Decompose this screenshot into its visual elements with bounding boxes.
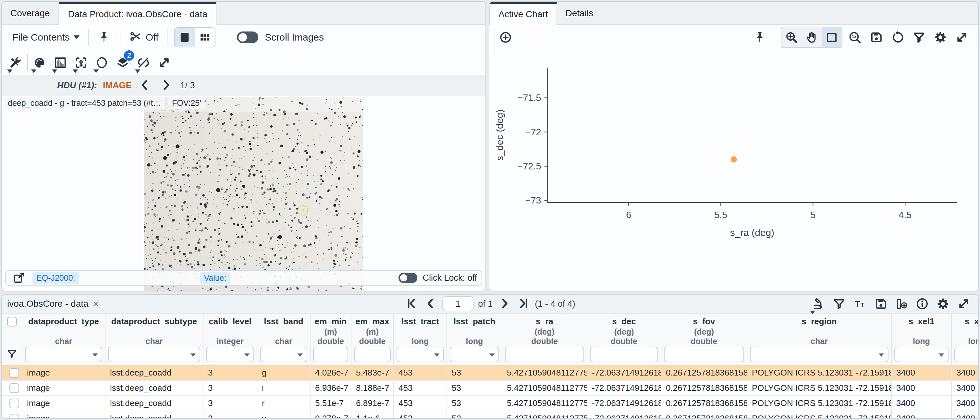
last-page-button[interactable] — [516, 297, 530, 311]
filter-button[interactable] — [910, 28, 928, 47]
chart-panel: Active ChartDetails 1x 65.554.5−71.5−72−… — [489, 1, 979, 291]
page-number-input[interactable] — [442, 296, 473, 311]
table-cell: POLYGON ICRS 5.123031 -72.159188 5.73 — [747, 365, 891, 380]
pane-grid-button[interactable] — [195, 28, 215, 47]
image-title-overlay: deep_coadd - g - tract=453 patch=53 (#t… — [4, 97, 165, 110]
tools-button[interactable] — [6, 53, 25, 72]
column-header-em_max[interactable]: em_max (m) double — [351, 313, 394, 346]
filter-dropdown-icon[interactable] — [434, 353, 439, 357]
table-cell: 9.278e-7 — [310, 411, 351, 418]
table-row[interactable]: imagelsst.deep_coadd3g4.026e-75.483e-745… — [2, 365, 978, 380]
tab-active-chart[interactable]: Active Chart — [489, 2, 557, 25]
select-all-checkbox[interactable] — [7, 317, 17, 326]
value-readout-label: Value: — [200, 272, 230, 284]
column-header-dataproduct_subtype[interactable]: dataproduct_subtype char — [105, 313, 203, 346]
file-contents-dropdown[interactable]: File Contents — [10, 32, 81, 43]
info-button[interactable] — [913, 294, 931, 313]
table-row[interactable]: imagelsst.deep_coadd3i6.936e-78.188e-745… — [2, 380, 978, 396]
expand-button[interactable] — [155, 53, 173, 72]
fits-image[interactable] — [144, 97, 363, 291]
layers-button[interactable]: 2 — [114, 53, 132, 72]
next-page-button[interactable] — [497, 297, 511, 311]
expand-button[interactable] — [955, 294, 973, 313]
column-header-s_region[interactable]: s_region char — [747, 313, 891, 346]
recenter-button[interactable] — [72, 53, 90, 72]
filter-dropdown-icon[interactable] — [244, 353, 250, 357]
add-column-button[interactable] — [892, 294, 910, 313]
expand-button[interactable] — [953, 28, 971, 47]
unlink-button[interactable] — [134, 53, 153, 72]
hdu-next-button[interactable] — [158, 78, 175, 92]
tab-coverage[interactable]: Coverage — [2, 3, 59, 24]
column-header-s_dec[interactable]: s_dec (deg) double — [587, 313, 661, 346]
filter-input-s_xe[interactable] — [955, 347, 978, 361]
circle-select-button[interactable] — [93, 53, 111, 72]
column-header-dataproduct_type[interactable]: dataproduct_type char — [22, 313, 105, 346]
filter-input-s_dec[interactable] — [590, 347, 657, 361]
table-row[interactable]: imagelsst.deep_coadd3r5.51e-76.891e-7453… — [2, 396, 978, 411]
tab-details[interactable]: Details — [557, 3, 603, 24]
filter-em_min — [313, 347, 348, 362]
table-row[interactable]: imagelsst.deep_coadd3y9.278e-71.1e-64535… — [2, 411, 978, 418]
zoom-1x-button[interactable]: 1x — [846, 28, 864, 47]
first-page-button[interactable] — [405, 297, 419, 311]
column-header-calib_level[interactable]: calib_level integer — [203, 313, 257, 346]
column-header-s_fov[interactable]: s_fov (deg) double — [661, 313, 747, 346]
expand-image-button[interactable] — [10, 271, 27, 284]
pin-button[interactable] — [95, 28, 113, 47]
filter-dropdown-icon[interactable] — [298, 353, 303, 357]
filter-button[interactable] — [830, 294, 848, 313]
column-header-s_xe[interactable]: s_xe lon — [951, 313, 978, 346]
table-cell: 453 — [394, 365, 447, 380]
filter-input-dataproduct_subtype[interactable] — [109, 347, 200, 361]
row-checkbox[interactable] — [10, 383, 19, 393]
scatter-chart[interactable]: 65.554.5−71.5−72−72.5−73 s_ra (deg) s_de… — [489, 50, 978, 291]
table-cell: -72.063714912618 — [587, 396, 661, 411]
histogram-button[interactable] — [51, 53, 70, 72]
filter-dropdown-icon[interactable] — [92, 353, 98, 357]
filter-dropdown-icon[interactable] — [489, 353, 495, 357]
row-checkbox[interactable] — [10, 368, 19, 378]
rect-select-button[interactable] — [822, 27, 842, 48]
filter-input-s_fov[interactable] — [665, 347, 743, 361]
column-header-s_xel1[interactable]: s_xel1 long — [891, 313, 951, 346]
save-button[interactable] — [867, 28, 885, 47]
rotate-button[interactable] — [888, 28, 907, 47]
pin-button[interactable] — [751, 28, 769, 47]
filter-input-em_min[interactable] — [314, 347, 348, 361]
table-cell: 6.891e-7 — [351, 396, 394, 411]
row-checkbox[interactable] — [10, 414, 19, 418]
filter-dropdown-icon[interactable] — [191, 353, 196, 357]
column-header-s_ra[interactable]: s_ra (deg) double — [502, 313, 587, 346]
palette-button[interactable] — [30, 53, 49, 72]
microscope-button[interactable] — [809, 294, 827, 313]
table-cell: image — [22, 396, 105, 411]
tools-icon — [9, 56, 22, 70]
filter-input-em_max[interactable] — [355, 347, 390, 361]
gear-button[interactable] — [934, 294, 952, 313]
filter-dropdown-icon[interactable] — [879, 353, 884, 357]
pan-hand-button[interactable] — [802, 27, 822, 48]
pane-single-button[interactable] — [175, 28, 195, 47]
cutout-button[interactable]: Off — [127, 30, 160, 45]
prev-page-button[interactable] — [423, 297, 438, 311]
filter-input-s_ra[interactable] — [506, 347, 584, 361]
hdu-prev-button[interactable] — [136, 78, 153, 92]
gear-button[interactable] — [931, 28, 950, 47]
filter-input-s_region[interactable] — [751, 347, 888, 361]
close-table-button[interactable]: × — [93, 298, 99, 309]
click-lock-toggle[interactable] — [398, 273, 417, 283]
column-header-lsst_band[interactable]: lsst_band char — [257, 313, 310, 346]
column-header-em_min[interactable]: em_min (m) double — [310, 313, 351, 346]
scroll-images-toggle[interactable] — [237, 32, 258, 43]
tab-data-product-ivoa-obscore-data[interactable]: Data Product: ivoa.ObsCore - data — [59, 2, 216, 25]
filter-input-dataproduct_type[interactable] — [25, 347, 102, 361]
text-view-button[interactable]: TT — [851, 294, 869, 313]
column-header-lsst_patch[interactable]: lsst_patch long — [447, 313, 502, 346]
row-checkbox[interactable] — [10, 399, 19, 408]
plus-circle-button[interactable] — [496, 28, 515, 47]
filter-dropdown-icon[interactable] — [939, 353, 944, 357]
save-button[interactable] — [872, 294, 890, 313]
column-header-lsst_tract[interactable]: lsst_tract long — [394, 313, 447, 346]
zoom-in-button[interactable] — [781, 27, 802, 48]
